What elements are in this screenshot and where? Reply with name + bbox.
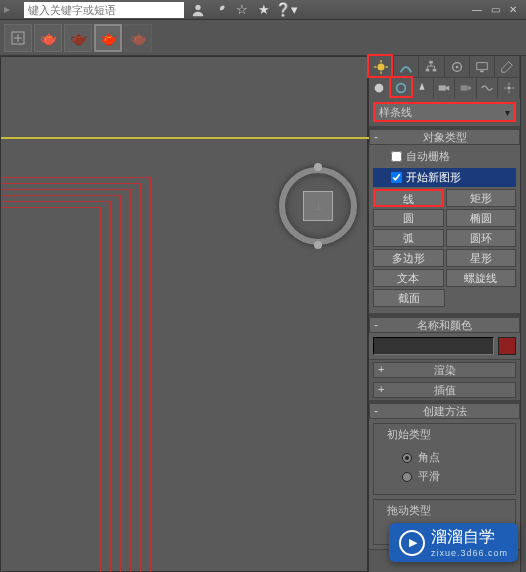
name-color-rollout: -名称和颜色 bbox=[369, 314, 520, 360]
interp-rollout-header[interactable]: +插值 bbox=[373, 382, 516, 398]
init-smooth-radio[interactable] bbox=[402, 472, 412, 482]
svg-rect-8 bbox=[426, 68, 430, 71]
shapes-subtab[interactable] bbox=[391, 78, 413, 98]
watermark-badge: 溜溜自学 zixue.3d66.com bbox=[389, 523, 518, 562]
spline-rect-6[interactable] bbox=[1, 207, 101, 572]
helpers-subtab[interactable] bbox=[455, 78, 477, 98]
object-color-swatch[interactable] bbox=[498, 337, 516, 355]
render-wire-button[interactable] bbox=[94, 24, 122, 52]
modify-tab[interactable] bbox=[394, 56, 419, 77]
person-icon[interactable] bbox=[190, 2, 206, 18]
auto-grid-row[interactable]: 自动栅格 bbox=[373, 147, 516, 166]
view-cube-face[interactable]: ⊥ bbox=[303, 191, 333, 221]
create-method-header[interactable]: -创建方法 bbox=[369, 403, 520, 419]
star-button[interactable]: 星形 bbox=[446, 249, 517, 267]
spanner-icon[interactable] bbox=[212, 2, 228, 18]
section-button[interactable]: 截面 bbox=[373, 289, 445, 307]
svg-rect-17 bbox=[460, 85, 467, 90]
circle-button[interactable]: 圆 bbox=[373, 209, 444, 227]
svg-point-15 bbox=[396, 84, 405, 93]
top-bar: ☆ ★ ❔▾ — ▭ ✕ bbox=[0, 0, 526, 20]
spacewarps-subtab[interactable] bbox=[477, 78, 499, 98]
svg-point-19 bbox=[507, 86, 511, 90]
arc-button[interactable]: 弧 bbox=[373, 229, 444, 247]
lights-subtab[interactable] bbox=[412, 78, 434, 98]
viewport-top-edge bbox=[1, 137, 371, 139]
auto-grid-checkbox[interactable] bbox=[391, 151, 402, 162]
line-button[interactable]: 线 bbox=[373, 189, 444, 207]
minimize-button[interactable]: — bbox=[468, 3, 486, 17]
start-new-shape-row[interactable]: 开始新图形 bbox=[373, 168, 516, 187]
svg-point-2 bbox=[378, 63, 385, 70]
systems-subtab[interactable] bbox=[498, 78, 520, 98]
viewport[interactable]: ⊥ bbox=[0, 56, 368, 572]
text-button[interactable]: 文本 bbox=[373, 269, 444, 287]
object-type-header[interactable]: -对象类型 bbox=[369, 129, 520, 145]
initial-type-label: 初始类型 bbox=[384, 427, 434, 442]
ngon-button[interactable]: 多边形 bbox=[373, 249, 444, 267]
render-rollout-header[interactable]: +渲染 bbox=[373, 362, 516, 378]
render-shaded-button[interactable] bbox=[34, 24, 62, 52]
star-outline-icon[interactable]: ☆ bbox=[234, 2, 250, 18]
shape-buttons-grid: 线 矩形 圆 椭圆 弧 圆环 多边形 星形 文本 螺旋线 截面 bbox=[373, 189, 516, 307]
svg-rect-7 bbox=[430, 60, 434, 63]
drag-type-label: 拖动类型 bbox=[384, 503, 434, 518]
help-icon[interactable]: ❔▾ bbox=[278, 2, 294, 18]
start-new-shape-label: 开始新图形 bbox=[406, 170, 461, 185]
render-setup-button[interactable] bbox=[4, 24, 32, 52]
init-smooth-radio-row[interactable]: 平滑 bbox=[402, 467, 503, 486]
object-name-input[interactable] bbox=[373, 337, 494, 355]
create-tab[interactable] bbox=[369, 56, 394, 77]
svg-point-11 bbox=[455, 65, 458, 68]
render-flat-button[interactable] bbox=[124, 24, 152, 52]
rectangle-button[interactable]: 矩形 bbox=[446, 189, 517, 207]
shape-type-dropdown[interactable]: 样条线 bbox=[373, 102, 516, 122]
watermark-brand: 溜溜自学 bbox=[431, 528, 495, 545]
motion-tab[interactable] bbox=[445, 56, 470, 77]
main-area: ⊥ 样条线 -对象类型 bbox=[0, 56, 526, 572]
name-color-header[interactable]: -名称和颜色 bbox=[369, 317, 520, 333]
geometry-subtab[interactable] bbox=[369, 78, 391, 98]
dropdown-value: 样条线 bbox=[379, 105, 412, 120]
display-tab[interactable] bbox=[470, 56, 495, 77]
panel-sub-tabs bbox=[369, 78, 520, 98]
search-input[interactable] bbox=[24, 2, 184, 18]
watermark-url: zixue.3d66.com bbox=[431, 548, 508, 558]
donut-button[interactable]: 圆环 bbox=[446, 229, 517, 247]
top-icon-group: ☆ ★ ❔▾ bbox=[190, 2, 294, 18]
svg-point-18 bbox=[467, 86, 471, 90]
svg-rect-16 bbox=[439, 85, 446, 90]
auto-grid-label: 自动栅格 bbox=[406, 149, 450, 164]
panel-main-tabs bbox=[369, 56, 520, 78]
command-panel: 样条线 -对象类型 自动栅格 开始新图形 线 矩形 圆 椭圆 弧 bbox=[368, 56, 520, 572]
svg-point-0 bbox=[195, 4, 200, 9]
init-corner-radio-row[interactable]: 角点 bbox=[402, 448, 503, 467]
view-cube[interactable]: ⊥ bbox=[279, 167, 357, 245]
init-corner-radio[interactable] bbox=[402, 453, 412, 463]
hierarchy-tab[interactable] bbox=[419, 56, 444, 77]
helix-button[interactable]: 螺旋线 bbox=[446, 269, 517, 287]
svg-rect-13 bbox=[480, 70, 484, 72]
restore-button[interactable]: ▭ bbox=[486, 3, 504, 17]
close-button[interactable]: ✕ bbox=[504, 3, 522, 17]
svg-rect-9 bbox=[433, 68, 437, 71]
cameras-subtab[interactable] bbox=[434, 78, 456, 98]
play-circle-icon bbox=[399, 530, 425, 556]
render-dark-button[interactable] bbox=[64, 24, 92, 52]
recent-files-chevron[interactable] bbox=[4, 2, 16, 18]
ellipse-button[interactable]: 椭圆 bbox=[446, 209, 517, 227]
render-toolbar bbox=[0, 20, 526, 56]
initial-type-group: 初始类型 角点 平滑 bbox=[373, 423, 516, 495]
object-type-rollout: -对象类型 自动栅格 开始新图形 线 矩形 圆 椭圆 弧 圆环 多边形 bbox=[369, 126, 520, 314]
svg-point-14 bbox=[375, 84, 384, 93]
start-new-shape-checkbox[interactable] bbox=[391, 172, 402, 183]
svg-rect-12 bbox=[477, 62, 488, 69]
star-icon[interactable]: ★ bbox=[256, 2, 272, 18]
panel-scrollbar[interactable] bbox=[520, 56, 526, 572]
utilities-tab[interactable] bbox=[495, 56, 520, 77]
